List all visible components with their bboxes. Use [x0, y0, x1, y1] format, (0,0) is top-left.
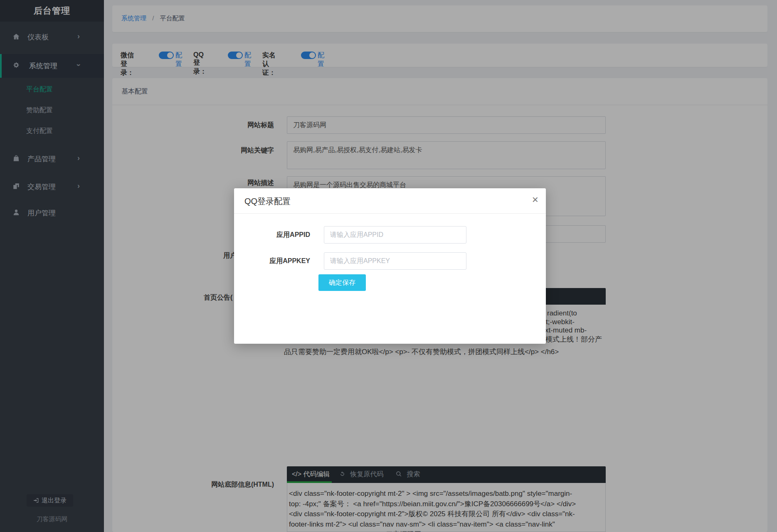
modal-title: QQ登录配置: [244, 196, 291, 207]
appkey-label: 应用APPKEY: [234, 257, 310, 266]
appid-label: 应用APPID: [234, 231, 310, 239]
qq-login-config-modal: QQ登录配置 × 应用APPID 应用APPKEY 确定保存: [234, 188, 546, 344]
confirm-save-button[interactable]: 确定保存: [318, 274, 366, 291]
admin-page: 后台管理 仪表板 › 系统管理 › 平台配置 赞助配置 支付配置 产品管理 › …: [0, 0, 777, 532]
appid-input[interactable]: [324, 226, 466, 244]
appkey-input[interactable]: [324, 252, 466, 270]
close-icon[interactable]: ×: [532, 194, 538, 205]
modal-header-divider: [234, 213, 546, 214]
